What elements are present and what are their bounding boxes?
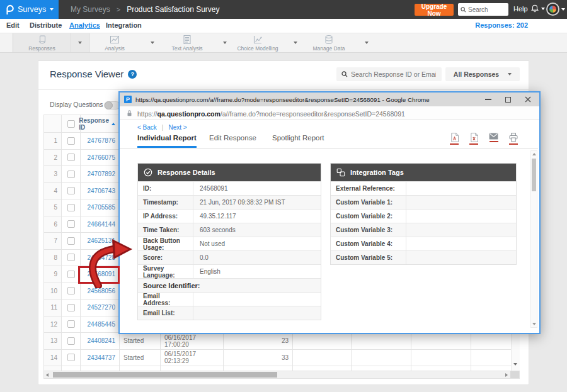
toolbar-item-manage-data[interactable]: Manage Data — [300, 33, 375, 52]
scroll-right-icon[interactable] — [505, 373, 508, 377]
row-number: 8 — [44, 250, 62, 267]
toolbar-manage-data-dropdown[interactable] — [358, 33, 375, 52]
breadcrumb-separator: > — [117, 6, 120, 13]
tab-spotlight-report[interactable]: Spotlight Report — [272, 134, 324, 146]
product-switcher[interactable]: Surveys — [0, 0, 59, 19]
scroll-up-icon[interactable] — [532, 153, 536, 155]
tag-value — [406, 196, 516, 209]
row-checkbox[interactable] — [67, 304, 75, 311]
row-checkbox[interactable] — [67, 271, 75, 278]
row-checkbox[interactable] — [67, 287, 75, 294]
page-title: Response Viewer ? — [50, 69, 137, 79]
help-link[interactable]: Help — [513, 5, 528, 13]
questionpro-logo-icon — [5, 4, 14, 15]
global-search-input[interactable] — [468, 6, 506, 13]
response-search-input[interactable] — [351, 70, 436, 78]
table-horizontal-scrollbar[interactable] — [43, 371, 520, 379]
response-id-link[interactable]: 24344737 — [81, 350, 120, 367]
chevron-down-icon — [50, 8, 54, 11]
row-checkbox[interactable] — [67, 187, 75, 194]
response-id-link[interactable]: 24706743 — [81, 183, 120, 200]
help-icon[interactable]: ? — [128, 70, 137, 79]
notifications-button[interactable] — [530, 4, 545, 13]
nav-item-edit[interactable]: Edit — [6, 21, 20, 29]
toolbar-item-analysis[interactable]: Analysis — [86, 33, 161, 52]
row-checkbox[interactable] — [67, 137, 75, 145]
address-bar[interactable]: https://qa.questionpro.com/a//frame.do?m… — [120, 106, 539, 120]
nav-item-analytics[interactable]: Analytics — [69, 21, 100, 29]
response-id-link[interactable] — [81, 366, 120, 371]
account-menu[interactable] — [546, 3, 565, 16]
url-path: /a//frame.do?mode=responseeditor&respons… — [220, 110, 405, 118]
row-checkbox[interactable] — [67, 320, 75, 328]
tab-individual-report[interactable]: Individual Report — [137, 134, 197, 148]
scrollbar-thumb[interactable] — [53, 372, 277, 378]
row-checkbox[interactable] — [67, 254, 75, 261]
detail-value — [193, 293, 321, 306]
pdf-export-button[interactable] — [450, 133, 459, 145]
toolbar-item-responses[interactable]: Responses — [13, 33, 89, 52]
select-all-checkbox[interactable] — [67, 120, 75, 128]
row-checkbox[interactable] — [67, 220, 75, 228]
tag-row: Custom Variable 3: — [331, 223, 516, 237]
response-id-link[interactable]: 24485445 — [81, 316, 120, 333]
row-checkbox[interactable] — [67, 354, 75, 361]
checkbox-cell — [62, 283, 81, 300]
scroll-down-icon[interactable] — [513, 363, 517, 366]
row-checkbox[interactable] — [67, 154, 75, 161]
response-id-link[interactable]: 24766075 — [81, 150, 120, 167]
detail-value — [193, 306, 321, 320]
toolbar-item-text-analysis[interactable]: Text Analysis — [158, 33, 234, 52]
count-cell: 33 — [224, 350, 293, 367]
chevron-down-icon — [78, 42, 82, 44]
minimize-icon[interactable] — [485, 99, 491, 100]
empty-cell — [293, 366, 352, 371]
window-title-bar[interactable]: P https://qa.questionpro.com/a//frame.do… — [120, 92, 539, 106]
chevron-down-icon — [294, 42, 297, 44]
checkbox-cell — [62, 300, 81, 316]
detail-row: Email Address: — [138, 292, 321, 306]
response-id-link[interactable]: 24707892 — [81, 166, 120, 183]
next-link[interactable]: Next > — [168, 124, 186, 131]
row-checkbox[interactable] — [67, 337, 75, 345]
response-details-panel: Response Details ID:24568091 Timestamp:2… — [137, 163, 321, 320]
global-search — [458, 3, 508, 16]
row-number: 4 — [44, 183, 62, 200]
breadcrumb-parent[interactable]: My Surveys — [71, 5, 110, 14]
responses-filter-dropdown[interactable]: All Responses — [445, 67, 520, 81]
maximize-icon[interactable] — [505, 97, 511, 103]
response-id-header[interactable]: Response ID — [81, 115, 120, 133]
excel-export-button[interactable] — [469, 133, 478, 145]
back-link[interactable]: < Back — [137, 124, 157, 131]
nav-item-integration[interactable]: Integration — [106, 21, 142, 29]
empty-cell — [411, 333, 471, 350]
avatar-pie-icon — [549, 6, 556, 13]
upgrade-now-button[interactable]: Upgrade Now — [415, 4, 454, 16]
tab-edit-response[interactable]: Edit Response — [209, 134, 256, 146]
scrollbar-thumb[interactable] — [532, 159, 536, 191]
row-checkbox[interactable] — [67, 237, 75, 245]
row-checkbox[interactable] — [67, 171, 75, 178]
nav-item-distribute[interactable]: Distribute — [30, 21, 62, 29]
print-button[interactable] — [509, 133, 518, 145]
divider — [38, 89, 529, 90]
response-id-link[interactable]: 24527270 — [81, 300, 120, 316]
date-cell: 06/15/2017 02:13:29 — [161, 350, 224, 367]
detail-label: Email Address: — [138, 293, 193, 306]
response-id-link[interactable]: 24408241 — [81, 333, 120, 350]
scroll-left-icon[interactable] — [46, 373, 49, 377]
responses-count-link[interactable]: Responses: 202 — [475, 21, 528, 29]
checkbox-cell — [62, 366, 81, 371]
response-id-link[interactable]: 24705585 — [81, 199, 120, 216]
email-export-button[interactable] — [489, 133, 498, 145]
row-checkbox[interactable] — [67, 204, 75, 211]
integration-tags-icon — [336, 168, 345, 177]
scroll-down-icon[interactable] — [532, 323, 536, 325]
print-icon — [509, 133, 518, 142]
popup-vertical-scrollbar[interactable] — [530, 150, 537, 328]
close-icon[interactable] — [525, 96, 531, 103]
empty-cell — [352, 350, 411, 367]
toolbar-item-choice-modelling[interactable]: Choice Modelling — [229, 33, 304, 52]
check-circle-icon — [144, 168, 152, 177]
response-id-link[interactable]: 24767876 — [81, 133, 120, 150]
